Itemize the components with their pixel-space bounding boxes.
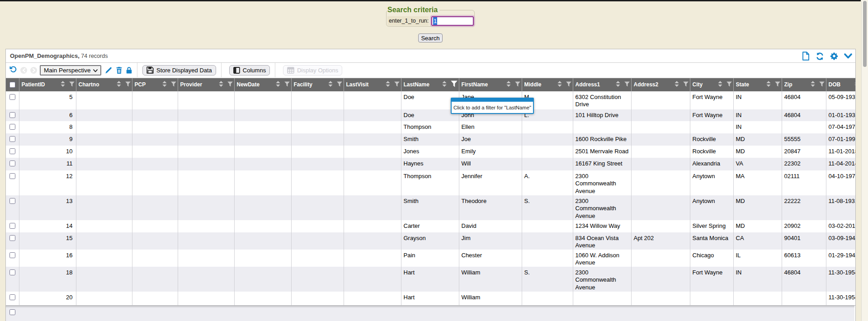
column-header-firstname[interactable]: FirstName: [459, 78, 522, 91]
column-label: DOB: [829, 81, 855, 88]
perspective-select[interactable]: Main Perspective: [40, 65, 101, 76]
edit-perspective-pencil-icon[interactable]: [105, 67, 112, 74]
row-checkbox[interactable]: [9, 198, 15, 204]
cell-dob: 11-08-1931: [826, 195, 855, 220]
column-header-address2[interactable]: Address2: [631, 78, 690, 91]
column-header-newdate[interactable]: NewDate: [234, 78, 291, 91]
new-row-checkbox[interactable]: [9, 309, 15, 315]
sort-icon[interactable]: [328, 80, 333, 89]
sort-icon[interactable]: [718, 80, 722, 89]
sort-icon[interactable]: [386, 80, 390, 89]
undo-icon[interactable]: [9, 66, 17, 75]
filter-funnel-icon[interactable]: [562, 80, 571, 89]
filter-funnel-icon[interactable]: [679, 80, 689, 89]
table-row[interactable]: 11HaynesWill16167 King StreetAlexandriaV…: [6, 158, 855, 170]
column-header-zip[interactable]: Zip: [782, 78, 826, 91]
table-row[interactable]: 9SmithJoe1600 Rockville PikeRockvilleMD5…: [6, 133, 855, 146]
filter-funnel-icon[interactable]: [722, 80, 732, 89]
sort-icon[interactable]: [675, 80, 679, 89]
filter-funnel-icon[interactable]: [333, 80, 342, 89]
filter-funnel-icon[interactable]: [815, 80, 825, 89]
filter-funnel-icon[interactable]: [447, 80, 458, 89]
table-row[interactable]: 20HartWilliam11-30-1954: [6, 292, 855, 306]
filter-funnel-icon[interactable]: [223, 80, 233, 89]
filter-funnel-icon[interactable]: [65, 80, 75, 89]
new-document-icon[interactable]: [802, 52, 810, 61]
column-header-facility[interactable]: Facility: [291, 78, 344, 91]
row-checkbox[interactable]: [9, 112, 15, 118]
delete-perspective-trash-icon[interactable]: [116, 67, 122, 74]
filter-funnel-icon[interactable]: [511, 80, 520, 89]
filter-funnel-icon[interactable]: [167, 80, 176, 89]
cell-lastvisit: [344, 91, 401, 109]
column-header-pcp[interactable]: PCP: [132, 78, 178, 91]
table-row[interactable]: 8ThompsonEllenIN07-04-1970: [6, 121, 855, 133]
column-header-state[interactable]: State: [733, 78, 782, 91]
table-row[interactable]: 15GraysonJim834 Ocean Vista AvenueApt 20…: [6, 232, 855, 250]
sort-icon[interactable]: [854, 80, 855, 89]
columns-button[interactable]: Columns: [229, 65, 270, 76]
column-header-chartno[interactable]: Chartno: [76, 78, 132, 91]
table-row[interactable]: 18HartWilliamS.2300 Commonwealth AvenueF…: [6, 267, 855, 292]
row-checkbox[interactable]: [9, 136, 15, 142]
new-row-placeholder[interactable]: [6, 306, 854, 321]
row-checkbox[interactable]: [9, 160, 15, 166]
sort-icon[interactable]: [811, 80, 815, 89]
sort-icon[interactable]: [162, 80, 167, 89]
toolbar-separator: [275, 63, 275, 77]
next-perspective-button[interactable]: [30, 67, 37, 74]
table-row[interactable]: 6DoeJohnL.101 Hilltop DriveFort WayneIN4…: [6, 109, 855, 121]
sort-icon[interactable]: [61, 80, 65, 89]
column-header-city[interactable]: City: [690, 78, 733, 91]
row-checkbox[interactable]: [9, 173, 15, 179]
column-header-lastname[interactable]: LastName: [401, 78, 459, 91]
page-vertical-scrollbar[interactable]: [861, 0, 868, 321]
table-row[interactable]: 10JonesEmily2501 Merrvale RoadRockvilleM…: [6, 146, 855, 158]
cell-state: IN: [733, 109, 782, 121]
table-row[interactable]: 13SmithTheodoreS.2300 Commonwealth Avenu…: [6, 195, 855, 220]
sort-icon[interactable]: [557, 80, 562, 89]
table-row[interactable]: 5DoeJaneM.6302 Constitution DriveFort Wa…: [6, 91, 855, 109]
row-checkbox[interactable]: [9, 148, 15, 154]
sort-icon[interactable]: [219, 80, 223, 89]
row-checkbox[interactable]: [9, 269, 15, 275]
search-button[interactable]: Search: [418, 33, 443, 42]
column-header-patientid[interactable]: PatientID: [19, 78, 76, 91]
column-header-address1[interactable]: Address1: [573, 78, 631, 91]
filter-funnel-icon[interactable]: [280, 80, 290, 89]
store-displayed-data-button[interactable]: Store Displayed Data: [142, 65, 216, 76]
sort-icon[interactable]: [616, 80, 620, 89]
row-checkbox[interactable]: [9, 235, 15, 241]
sort-icon[interactable]: [766, 80, 771, 89]
column-header-lastvisit[interactable]: LastVisit: [344, 78, 401, 91]
sort-icon[interactable]: [442, 80, 447, 89]
refresh-icon[interactable]: [816, 52, 824, 61]
row-checkbox[interactable]: [9, 94, 15, 100]
run-input[interactable]: 1: [431, 16, 474, 26]
cell-lastvisit: [344, 195, 401, 220]
select-all-checkbox[interactable]: [9, 82, 15, 88]
sort-icon[interactable]: [117, 80, 121, 89]
gear-icon[interactable]: [830, 52, 838, 60]
column-header-dob[interactable]: DOB: [826, 78, 855, 91]
filter-funnel-icon[interactable]: [620, 80, 630, 89]
page-vertical-scrollbar-thumb[interactable]: [863, 1, 867, 67]
column-header-middle[interactable]: Middle: [522, 78, 573, 91]
filter-funnel-icon[interactable]: [390, 80, 400, 89]
filter-funnel-icon[interactable]: [121, 80, 131, 89]
row-checkbox[interactable]: [9, 223, 15, 229]
table-row[interactable]: 12ThompsonJenniferA.2300 Commonwealth Av…: [6, 170, 855, 195]
collapse-chevron-icon[interactable]: [844, 53, 852, 59]
table-row[interactable]: 16PainChester1060 W. Addison AvenueChica…: [6, 250, 855, 267]
table-row[interactable]: 14CarterDavid1234 Willow WaySilver Sprin…: [6, 220, 855, 232]
sort-icon[interactable]: [276, 80, 280, 89]
column-header-provider[interactable]: Provider: [178, 78, 234, 91]
row-checkbox[interactable]: [9, 294, 15, 300]
sort-icon[interactable]: [506, 80, 511, 89]
cell-facility: [291, 195, 344, 220]
previous-perspective-button[interactable]: [20, 67, 27, 74]
row-checkbox[interactable]: [9, 124, 15, 130]
lock-perspective-icon[interactable]: [126, 67, 132, 74]
row-checkbox[interactable]: [9, 252, 15, 258]
filter-funnel-icon[interactable]: [771, 80, 780, 89]
